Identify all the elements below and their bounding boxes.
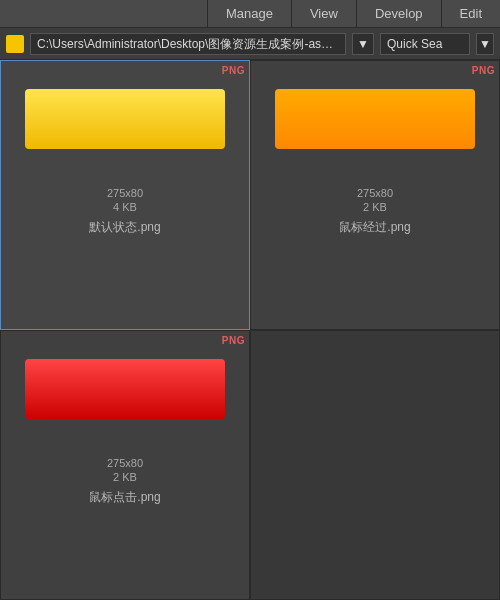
image-filename-2: 鼠标经过.png <box>339 219 410 236</box>
image-info-2: 275x80 2 KB 鼠标经过.png <box>339 187 410 236</box>
image-size-3: 2 KB <box>89 471 160 483</box>
image-preview-yellow <box>25 89 225 149</box>
nav-tab-view[interactable]: View <box>291 0 356 27</box>
nav-tab-develop[interactable]: Develop <box>356 0 441 27</box>
nav-tab-edit[interactable]: Edit <box>441 0 500 27</box>
quick-search-dropdown-button[interactable]: ▼ <box>476 33 494 55</box>
quick-search-input[interactable] <box>380 33 470 55</box>
image-cell-default[interactable]: PNG 275x80 4 KB 默认状态.png <box>0 60 250 330</box>
image-filename-3: 鼠标点击.png <box>89 489 160 506</box>
path-text: C:\Users\Administrator\Desktop\图像资源生成案例-… <box>30 33 346 55</box>
image-preview-red <box>25 359 225 419</box>
png-badge-1: PNG <box>222 65 245 76</box>
image-size-2: 2 KB <box>339 201 410 213</box>
image-grid: PNG 275x80 4 KB 默认状态.png PNG 275x80 2 KB… <box>0 60 500 600</box>
path-dropdown-button[interactable]: ▼ <box>352 33 374 55</box>
image-filename-1: 默认状态.png <box>89 219 160 236</box>
image-dimensions-2: 275x80 <box>339 187 410 199</box>
image-cell-click[interactable]: PNG 275x80 2 KB 鼠标点击.png <box>0 330 250 600</box>
image-dimensions-3: 275x80 <box>89 457 160 469</box>
png-badge-3: PNG <box>222 335 245 346</box>
image-cell-empty <box>250 330 500 600</box>
folder-icon <box>6 35 24 53</box>
top-nav-bar: Manage View Develop Edit <box>0 0 500 28</box>
image-dimensions-1: 275x80 <box>89 187 160 199</box>
image-info-3: 275x80 2 KB 鼠标点击.png <box>89 457 160 506</box>
image-cell-hover[interactable]: PNG 275x80 2 KB 鼠标经过.png <box>250 60 500 330</box>
image-preview-orange <box>275 89 475 149</box>
image-info-1: 275x80 4 KB 默认状态.png <box>89 187 160 236</box>
path-bar: C:\Users\Administrator\Desktop\图像资源生成案例-… <box>0 28 500 60</box>
image-size-1: 4 KB <box>89 201 160 213</box>
nav-tab-manage[interactable]: Manage <box>207 0 291 27</box>
png-badge-2: PNG <box>472 65 495 76</box>
